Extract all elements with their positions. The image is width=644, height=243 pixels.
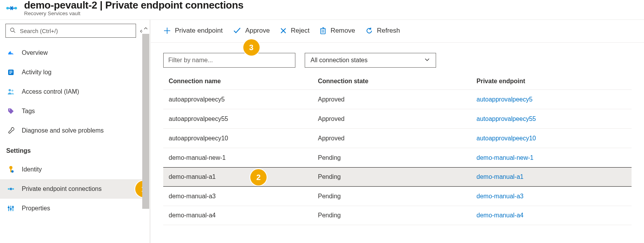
sidebar-item-label: Access control (IAM) [22, 88, 79, 95]
main-content: Private endpoint Approve 3 Reject Remove… [151, 20, 644, 243]
endpoint-link[interactable]: autoapprovalpeecy5 [476, 96, 532, 103]
cell-state: Pending [318, 193, 476, 200]
sidebar-item-label: Activity log [22, 69, 51, 76]
svg-point-1 [14, 7, 17, 10]
endpoint-link[interactable]: demo-manual-a3 [476, 193, 524, 199]
cell-name: autoapprovalpeecy5 [163, 96, 318, 103]
select-value: All connection states [311, 57, 368, 64]
table-row[interactable]: autoapprovalpeecy10 Approved autoapprova… [163, 128, 632, 148]
svg-rect-20 [10, 208, 12, 210]
sidebar-item-label: Properties [22, 205, 50, 212]
svg-point-14 [8, 188, 9, 190]
search-input[interactable] [20, 28, 132, 34]
sidebar-item-label: Overview [22, 49, 48, 56]
scroll-up-icon[interactable] [142, 23, 149, 34]
refresh-icon [365, 27, 373, 35]
sidebar-search[interactable] [5, 24, 136, 38]
connections-table: Connection name Connection state Private… [151, 73, 644, 225]
diagnose-icon [6, 127, 16, 135]
button-label: Reject [291, 27, 309, 35]
identity-icon [6, 166, 16, 173]
svg-rect-7 [9, 73, 11, 74]
cell-state: Pending [318, 212, 476, 219]
sidebar-item-label: Diagnose and solve problems [22, 127, 104, 134]
sidebar-item-diagnose[interactable]: Diagnose and solve problems [0, 121, 149, 140]
cell-name: demo-manual-a4 [163, 212, 318, 219]
sidebar-item-tags[interactable]: Tags [0, 101, 149, 121]
overview-icon [6, 49, 16, 57]
sidebar-section-settings: Settings [0, 140, 149, 157]
table-row[interactable]: demo-manual-a4 Pending demo-manual-a4 [163, 206, 632, 225]
svg-point-11 [9, 166, 12, 169]
table-row[interactable]: autoapprovalpeecy55 Approved autoapprova… [163, 109, 632, 128]
x-icon [280, 27, 287, 34]
trash-icon [319, 27, 326, 35]
table-row[interactable]: demo-manual-a3 Pending demo-manual-a3 [163, 186, 632, 206]
svg-rect-22 [321, 29, 325, 34]
svg-point-0 [6, 7, 9, 10]
table-row[interactable]: demo-manual-a1 Pending demo-manual-a1 2 [163, 167, 632, 187]
cell-name: autoapprovalpeecy10 [163, 135, 318, 142]
col-header-state[interactable]: Connection state [318, 78, 476, 85]
col-header-name[interactable]: Connection name [163, 78, 318, 85]
endpoint-link[interactable]: autoapprovalpeecy10 [476, 135, 536, 142]
table-row[interactable]: autoapprovalpeecy5 Approved autoapproval… [163, 89, 632, 109]
check-icon [233, 27, 241, 35]
chevron-down-icon [424, 56, 430, 64]
sidebar-item-private-endpoint-connections[interactable]: Private endpoint connections 1 [0, 179, 149, 199]
sidebar-item-properties[interactable]: Properties [0, 199, 149, 218]
sidebar-item-identity[interactable]: Identity [0, 160, 149, 179]
cell-state: Pending [318, 173, 476, 180]
col-header-endpoint[interactable]: Private endpoint [476, 78, 632, 85]
svg-point-2 [10, 28, 14, 31]
resource-icon [5, 1, 19, 15]
svg-rect-12 [10, 169, 12, 172]
tags-icon [6, 108, 16, 115]
remove-button[interactable]: Remove [319, 27, 355, 35]
refresh-button[interactable]: Refresh [365, 27, 400, 35]
cell-state: Approved [318, 135, 476, 142]
sidebar-item-label: Private endpoint connections [22, 185, 101, 192]
sidebar-item-activity-log[interactable]: Activity log [0, 63, 149, 82]
reject-button[interactable]: Reject [280, 27, 309, 35]
private-endpoint-icon [6, 185, 16, 192]
svg-rect-16 [8, 206, 9, 211]
sidebar-scrollbar[interactable] [142, 23, 149, 243]
svg-point-15 [12, 188, 14, 190]
filter-name-input[interactable] [163, 53, 295, 68]
cell-name: demo-manual-a3 [163, 193, 318, 200]
sidebar-item-overview[interactable]: Overview [0, 43, 149, 63]
button-label: Approve [245, 27, 270, 35]
private-endpoint-button[interactable]: Private endpoint [163, 27, 223, 35]
cell-name: demo-manual-a1 [163, 173, 318, 180]
plus-icon [163, 27, 171, 35]
sidebar-item-access-control[interactable]: Access control (IAM) [0, 82, 149, 101]
svg-rect-19 [8, 207, 10, 208]
search-icon [10, 27, 16, 35]
sidebar: « Overview Activity log Access control (… [0, 20, 151, 243]
toolbar: Private endpoint Approve 3 Reject Remove… [151, 20, 644, 43]
cell-name: demo-manual-new-1 [163, 154, 318, 161]
svg-rect-21 [12, 206, 14, 208]
endpoint-link[interactable]: demo-manual-new-1 [476, 154, 534, 161]
connection-state-select[interactable]: All connection states [305, 53, 436, 68]
callout-2: 2 [250, 169, 267, 185]
page-subtitle: Recovery Services vault [24, 10, 243, 16]
iam-icon [6, 88, 16, 95]
filter-row: All connection states [151, 43, 644, 73]
sidebar-item-label: Identity [22, 166, 42, 173]
page-header: demo-pevault-2 | Private endpoint connec… [0, 0, 644, 19]
svg-rect-5 [9, 71, 12, 72]
table-row[interactable]: demo-manual-new-1 Pending demo-manual-ne… [163, 148, 632, 167]
svg-point-10 [9, 109, 10, 110]
endpoint-link[interactable]: demo-manual-a4 [476, 212, 524, 219]
button-label: Remove [330, 27, 355, 35]
button-label: Private endpoint [175, 27, 223, 35]
endpoint-link[interactable]: demo-manual-a1 [476, 173, 524, 180]
sidebar-item-label: Tags [22, 108, 35, 115]
table-header-row: Connection name Connection state Private… [163, 73, 632, 89]
cell-state: Approved [318, 115, 476, 122]
approve-button[interactable]: Approve 3 [233, 27, 270, 35]
endpoint-link[interactable]: autoapprovalpeecy55 [476, 115, 536, 122]
button-label: Refresh [377, 27, 400, 35]
